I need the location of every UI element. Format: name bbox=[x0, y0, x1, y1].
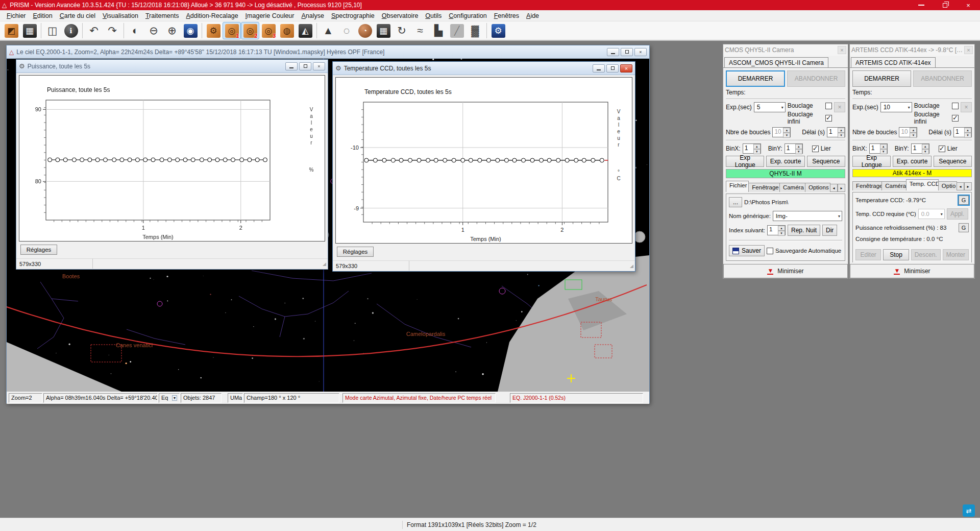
required-temp-select[interactable]: 0.0▾ bbox=[918, 209, 945, 219]
open-image-icon[interactable]: ◩ bbox=[2, 22, 20, 39]
restore-button[interactable] bbox=[933, 0, 957, 10]
maximize-button[interactable] bbox=[299, 62, 311, 70]
driver-tab[interactable]: ASCOM_CMOS QHY5L-II Camera bbox=[724, 57, 828, 67]
monter-button[interactable]: Monter bbox=[943, 249, 969, 260]
editer-button[interactable]: Editer bbox=[855, 249, 881, 260]
stop-button[interactable]: Stop bbox=[883, 249, 909, 260]
close-icon[interactable]: × bbox=[838, 46, 846, 54]
sky-status-eq[interactable]: Eq▾ bbox=[159, 393, 180, 403]
contrast-icon[interactable]: ◐ bbox=[126, 22, 144, 39]
redo-icon[interactable]: ↷ bbox=[103, 22, 121, 39]
loop-infinite-checkbox[interactable] bbox=[952, 115, 959, 122]
rotate-icon[interactable]: ↻ bbox=[393, 22, 411, 39]
info-icon[interactable]: ℹ bbox=[62, 22, 80, 39]
tab-scroll-left-icon[interactable]: ◂ bbox=[957, 182, 964, 190]
tab-cam-ra[interactable]: Caméra bbox=[779, 183, 805, 192]
minimize-panel-button[interactable]: ▼ Minimiser bbox=[850, 264, 974, 278]
zoom-in-icon[interactable]: ⊕ bbox=[163, 22, 181, 39]
chart-settings-button[interactable]: Réglages bbox=[20, 245, 57, 255]
resize-grip[interactable]: ◢ bbox=[630, 263, 633, 269]
mount-gear-icon[interactable]: ⚙ bbox=[204, 22, 223, 39]
automation-icon[interactable]: ⚙ bbox=[489, 22, 507, 39]
focuser-icon[interactable]: ◍ bbox=[278, 22, 296, 39]
apply-button[interactable]: Appl. bbox=[947, 208, 968, 220]
exposure-select[interactable]: 5▾ bbox=[754, 102, 786, 112]
close-icon[interactable]: × bbox=[964, 46, 973, 54]
exp-courte-button[interactable]: Exp. courte bbox=[766, 156, 804, 167]
menu-imagerie-couleur[interactable]: Imagerie Couleur bbox=[242, 11, 298, 21]
chart-window-titlebar[interactable]: ⚙Temperature CCD, toutes les 5s× bbox=[333, 62, 635, 75]
menu-aide[interactable]: Aide bbox=[523, 11, 543, 21]
zoom-out-icon[interactable]: ⊖ bbox=[144, 22, 163, 39]
start-button[interactable]: DEMARRER bbox=[726, 70, 785, 87]
save-icon[interactable]: ▦ bbox=[20, 22, 39, 39]
histogram-icon[interactable]: ▓ bbox=[466, 22, 484, 39]
menu-carte-du-ciel[interactable]: Carte du ciel bbox=[56, 11, 99, 21]
exp-longue-button[interactable]: Exp Longue bbox=[726, 156, 764, 167]
close-button[interactable]: × bbox=[313, 62, 325, 70]
close-button[interactable]: × bbox=[620, 64, 632, 73]
chart-settings-button[interactable]: Réglages bbox=[337, 247, 374, 257]
dir-button[interactable]: Dir bbox=[822, 225, 837, 236]
minimize-button[interactable] bbox=[910, 0, 933, 10]
start-button[interactable]: DEMARRER bbox=[852, 70, 911, 87]
tab-scroll-right-icon[interactable]: ▸ bbox=[838, 184, 845, 192]
sequence-button[interactable]: Sequence bbox=[934, 156, 972, 167]
menu-spectrographie[interactable]: Spectrographie bbox=[328, 11, 378, 21]
minimize-button[interactable] bbox=[593, 64, 605, 73]
camera-3-icon[interactable]: ◎3 bbox=[259, 22, 278, 39]
loop-checkbox[interactable] bbox=[825, 103, 832, 109]
abort-button[interactable]: ABANDONNER bbox=[913, 70, 972, 87]
binx-stepper[interactable]: 1▲▼ bbox=[869, 143, 888, 154]
stats-bars-icon[interactable]: ▙ bbox=[429, 22, 448, 39]
exposure-select[interactable]: 10▾ bbox=[880, 102, 912, 112]
cancel-exposure-button[interactable]: × bbox=[961, 102, 972, 112]
calib-image-icon[interactable]: ▦ bbox=[374, 22, 393, 39]
resize-grip[interactable]: ◢ bbox=[323, 261, 326, 267]
photometry-icon[interactable]: ▲ bbox=[319, 22, 337, 39]
menu-configuration[interactable]: Configuration bbox=[445, 11, 490, 21]
night-report-button[interactable]: Rep. Nuit bbox=[788, 225, 820, 236]
driver-tab[interactable]: ARTEMIS CCD ATIK-414ex bbox=[851, 57, 936, 67]
camera-1-icon[interactable]: ◎1 bbox=[223, 22, 241, 39]
sky-window-titlebar[interactable]: △ Le ciel EQ.2000-1-1, Zoom=2, Alpha= 22… bbox=[7, 45, 649, 59]
cancel-exposure-button[interactable]: × bbox=[834, 102, 845, 112]
autosave-checkbox[interactable] bbox=[767, 248, 773, 254]
undo-icon[interactable]: ↶ bbox=[85, 22, 103, 39]
browse-button[interactable]: ... bbox=[729, 197, 742, 207]
link-bin-checkbox[interactable] bbox=[812, 146, 819, 152]
tab-fichier[interactable]: Fichier bbox=[726, 181, 749, 192]
delay-stepper[interactable]: 1▲▼ bbox=[827, 127, 845, 137]
biny-stepper[interactable]: 1▲▼ bbox=[911, 143, 929, 154]
menu-addition-recalage[interactable]: Addition-Recalage bbox=[182, 11, 241, 21]
minimize-button[interactable] bbox=[285, 62, 298, 70]
calibration-icon[interactable]: ◔ bbox=[356, 22, 374, 39]
descen-button[interactable]: Descen. bbox=[911, 249, 941, 260]
close-button[interactable]: × bbox=[957, 0, 980, 10]
flat-field-icon[interactable]: ╱ bbox=[448, 22, 466, 39]
sky-sphere-icon[interactable]: ◌ bbox=[337, 22, 356, 39]
camera-2-icon[interactable]: ◎2 bbox=[241, 22, 259, 39]
generic-name-select[interactable]: Img-▾ bbox=[773, 211, 842, 221]
tab-temp-ccd[interactable]: Temp. CCD bbox=[906, 179, 939, 190]
loops-count-stepper[interactable]: 10▲▼ bbox=[772, 127, 791, 137]
next-index-stepper[interactable]: 1▲▼ bbox=[767, 225, 786, 235]
chart-window-titlebar[interactable]: ⚙Puissance, toute les 5s× bbox=[16, 60, 328, 73]
binx-stepper[interactable]: 1▲▼ bbox=[743, 143, 761, 154]
tab-fen-trage[interactable]: Fenêtrage bbox=[852, 181, 882, 190]
tab-scroll-left-icon[interactable]: ◂ bbox=[830, 184, 838, 192]
exp-longue-button[interactable]: Exp Longue bbox=[852, 156, 891, 167]
biny-stepper[interactable]: 1▲▼ bbox=[785, 143, 803, 154]
menu-fichier[interactable]: Fichier bbox=[3, 11, 30, 21]
menu-analyse[interactable]: Analyse bbox=[298, 11, 328, 21]
menu-observatoire[interactable]: Observatoire bbox=[378, 11, 422, 21]
sequence-button[interactable]: Sequence bbox=[807, 156, 845, 167]
graph-button[interactable]: G bbox=[959, 223, 969, 232]
graph-button[interactable]: G bbox=[959, 196, 969, 205]
loop-checkbox[interactable] bbox=[952, 103, 959, 109]
tab-cam-ra[interactable]: Caméra bbox=[881, 181, 906, 190]
menu-traitements[interactable]: Traitements bbox=[142, 11, 183, 21]
tab-fen-trage[interactable]: Fenêtrage bbox=[748, 183, 780, 192]
image-adjust-icon[interactable]: ◫ bbox=[43, 22, 62, 39]
loops-count-stepper[interactable]: 10▲▼ bbox=[899, 127, 917, 137]
